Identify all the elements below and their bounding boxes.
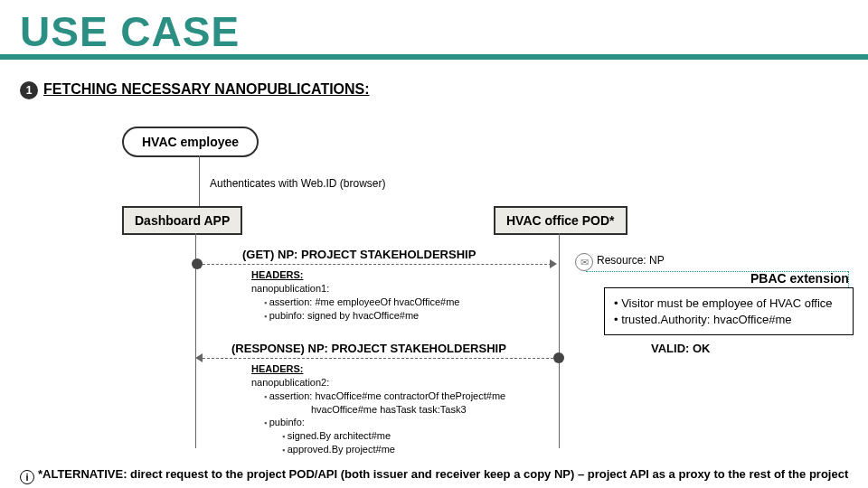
valid-label: VALID: OK xyxy=(651,342,710,355)
msg1-origin-dot xyxy=(192,258,203,269)
msg2-headers: HEADERS: nanopublication2: assertion: hv… xyxy=(251,362,577,456)
footer-note: i*ALTERNATIVE: direct request to the pro… xyxy=(20,467,848,484)
page-title: USE CASE xyxy=(20,7,240,56)
step-label: FETCHING NECESSARY NANOPUBLICATIONS: xyxy=(43,81,370,98)
pbac-box: Visitor must be employee of HVAC office … xyxy=(604,287,854,335)
pbac-label: PBAC extension xyxy=(750,271,849,286)
envelope-icon: ✉ xyxy=(575,253,593,271)
msg2-line xyxy=(203,358,553,359)
msg1-bullet-1: assertion: #me employeeOf hvacOffice#me xyxy=(264,296,541,309)
msg2-arrow-head xyxy=(195,353,203,362)
actor-pill: HVAC employee xyxy=(122,127,259,157)
msg1-bullet-2: pubinfo: signed by hvacOffice#me xyxy=(264,309,541,323)
info-icon: i xyxy=(20,470,34,484)
connector xyxy=(199,155,200,206)
msg1-line xyxy=(203,264,552,265)
msg1-headers-label: HEADERS: xyxy=(251,268,541,282)
resource-label: Resource: NP xyxy=(597,254,665,267)
msg2-bullet-2b: approved.By project#me xyxy=(282,443,577,456)
msg1-title: (GET) NP: PROJECT STAKEHOLDERSHIP xyxy=(242,248,476,261)
msg2-title: (RESPONSE) NP: PROJECT STAKEHOLDERSHIP xyxy=(231,342,506,355)
pbac-bullet-1: Visitor must be employee of HVAC office xyxy=(614,296,844,312)
msg2-headers-label: HEADERS: xyxy=(251,362,577,376)
msg2-bullet-2: pubinfo: xyxy=(264,416,577,429)
auth-text: Authenticates with Web.ID (browser) xyxy=(210,177,386,190)
pod-box: HVAC office POD* xyxy=(494,206,627,235)
msg1-arrow-head xyxy=(550,259,557,268)
msg2-bullet-1: assertion: hvacOffice#me contractorOf th… xyxy=(264,389,577,417)
dashboard-box: Dashboard APP xyxy=(122,206,242,235)
pbac-bullet-2: trusted.Authority: hvacOffice#me xyxy=(614,312,844,328)
msg1-np-label: nanopublication1: xyxy=(251,282,541,296)
msg2-np-label: nanopublication2: xyxy=(251,376,577,389)
step-number-circle: 1 xyxy=(20,81,38,99)
msg2-bullet-2a: signed.By architect#me xyxy=(282,429,577,443)
title-bar xyxy=(0,54,868,60)
msg1-headers: HEADERS: nanopublication1: assertion: #m… xyxy=(251,268,541,322)
